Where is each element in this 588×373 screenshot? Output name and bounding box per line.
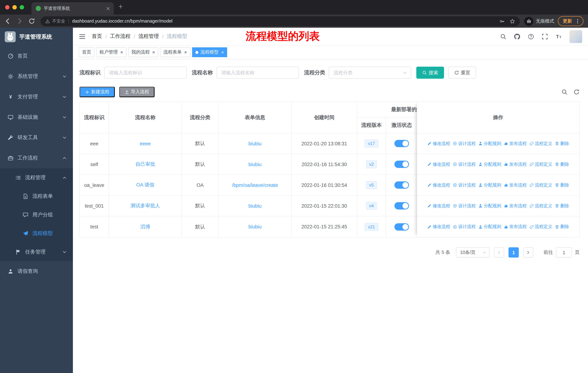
action-assign-rule-link[interactable]: 分配规则	[478, 203, 501, 209]
back-button[interactable]	[4, 18, 11, 24]
action-assign-rule-link[interactable]: 分配规则	[478, 224, 501, 230]
form-info-link[interactable]: biubiu	[248, 161, 262, 167]
sidebar-item-system-management[interactable]: 系统管理	[0, 66, 73, 87]
action-publish-link[interactable]: 发布流程	[504, 182, 527, 188]
process-name-link[interactable]: eeee	[140, 141, 151, 146]
tab-close-icon[interactable]	[106, 6, 110, 11]
action-assign-rule-link[interactable]: 分配规则	[478, 141, 501, 147]
action-publish-link[interactable]: 发布流程	[504, 203, 527, 209]
next-page-button[interactable]	[523, 247, 533, 258]
action-publish-link[interactable]: 发布流程	[504, 141, 527, 147]
action-delete-link[interactable]: 删除	[555, 224, 569, 230]
browser-tab[interactable]: 芋道管理系统	[31, 2, 114, 15]
window-minimize-button[interactable]	[12, 5, 17, 10]
action-publish-link[interactable]: 发布流程	[504, 224, 527, 230]
view-tab-my-process[interactable]: 我的流程×	[128, 47, 158, 57]
active-toggle[interactable]	[394, 161, 409, 168]
action-publish-link[interactable]: 发布流程	[504, 161, 527, 167]
action-definition-link[interactable]: 流程定义	[529, 203, 552, 209]
help-icon[interactable]	[528, 33, 534, 40]
form-info-link[interactable]: biubiu	[248, 203, 262, 209]
sidebar-item-task-management[interactable]: 任务管理	[0, 242, 73, 261]
action-design-link[interactable]: 设计流程	[453, 182, 476, 188]
action-delete-link[interactable]: 删除	[555, 203, 569, 209]
search-button[interactable]: 搜索	[416, 67, 444, 79]
sidebar-item-infrastructure[interactable]: 基础设施	[0, 107, 73, 128]
action-edit-link[interactable]: 修改流程	[427, 141, 450, 147]
action-edit-link[interactable]: 修改流程	[427, 224, 450, 230]
header-search-icon[interactable]	[500, 33, 506, 40]
forward-button[interactable]	[16, 18, 23, 24]
sidebar-item-user-group[interactable]: 用户分组	[0, 205, 73, 224]
process-name-link[interactable]: 滔博	[140, 223, 150, 230]
sidebar-item-process-model[interactable]: 流程模型	[0, 224, 73, 242]
sidebar-item-process-management[interactable]: 流程管理	[0, 168, 73, 187]
view-tab-tenant-management[interactable]: 租户管理×	[96, 47, 126, 57]
import-process-button[interactable]: 导入流程	[119, 87, 155, 97]
action-delete-link[interactable]: 删除	[555, 182, 569, 188]
action-edit-link[interactable]: 修改流程	[427, 161, 450, 167]
action-design-link[interactable]: 设计流程	[453, 141, 476, 147]
page-size-select[interactable]: 10条/页	[456, 247, 490, 258]
close-icon[interactable]: ×	[184, 50, 187, 55]
app-logo[interactable]: 芋道管理系统	[0, 28, 73, 46]
action-assign-rule-link[interactable]: 分配规则	[478, 182, 501, 188]
action-design-link[interactable]: 设计流程	[453, 203, 476, 209]
process-name-link[interactable]: OA 请假	[136, 182, 154, 188]
action-edit-link[interactable]: 修改流程	[427, 203, 450, 209]
active-toggle[interactable]	[394, 181, 409, 189]
view-tab-process-model[interactable]: 流程模型×	[192, 47, 227, 57]
browser-update-button[interactable]: 更新	[558, 16, 584, 26]
action-design-link[interactable]: 设计流程	[453, 224, 476, 230]
active-toggle[interactable]	[394, 202, 409, 210]
process-name-link[interactable]: 自己审批	[136, 161, 155, 168]
sidebar-item-leave-query[interactable]: 请假查询	[0, 261, 73, 282]
sidebar-item-workflow[interactable]: 工作流程	[0, 148, 73, 168]
view-tab-home[interactable]: 首页	[79, 47, 94, 57]
view-tab-process-form[interactable]: 流程表单×	[160, 47, 190, 57]
window-zoom-button[interactable]	[20, 5, 24, 10]
sidebar-item-payment-management[interactable]: ¥支付管理	[0, 87, 73, 107]
new-tab-button[interactable]	[118, 4, 123, 10]
current-page-button[interactable]: 1	[509, 247, 519, 258]
window-close-button[interactable]	[5, 5, 10, 10]
active-toggle[interactable]	[394, 223, 409, 230]
form-info-link[interactable]: /bpm/oa/leave/create	[232, 182, 278, 188]
breadcrumb-item[interactable]: 工作流程	[110, 33, 130, 40]
process-name-input[interactable]	[217, 67, 299, 79]
action-definition-link[interactable]: 流程定义	[529, 161, 552, 167]
close-icon[interactable]: ×	[221, 50, 224, 55]
close-icon[interactable]: ×	[152, 50, 155, 55]
prev-page-button[interactable]	[494, 247, 504, 258]
process-key-input[interactable]	[104, 67, 187, 79]
category-select[interactable]: 流程分类	[329, 67, 411, 79]
browser-menu-icon[interactable]	[575, 18, 580, 24]
goto-page-input[interactable]	[556, 247, 572, 258]
reload-button[interactable]	[28, 18, 35, 24]
active-toggle[interactable]	[394, 140, 409, 147]
table-search-toggle-button[interactable]	[561, 89, 567, 95]
action-definition-link[interactable]: 流程定义	[529, 182, 552, 188]
breadcrumb-item[interactable]: 首页	[92, 33, 102, 40]
github-icon[interactable]	[514, 33, 520, 40]
action-edit-link[interactable]: 修改流程	[427, 182, 450, 188]
create-process-button[interactable]: 新建流程	[79, 87, 115, 97]
sidebar-item-home[interactable]: 首页	[0, 46, 73, 66]
sidebar-collapse-button[interactable]	[79, 33, 86, 40]
sidebar-item-process-form[interactable]: 流程表单	[0, 187, 73, 205]
form-info-link[interactable]: biubiu	[248, 141, 262, 146]
url-text[interactable]: dashboard.yudao.iocoder.cn/bpm/manager/m…	[72, 19, 499, 24]
form-info-link[interactable]: biubiu	[248, 224, 262, 230]
security-label[interactable]: 不安全	[52, 18, 65, 24]
bookmark-star-icon[interactable]	[510, 18, 515, 24]
font-size-icon[interactable]: TT	[556, 33, 562, 40]
action-assign-rule-link[interactable]: 分配规则	[478, 161, 501, 167]
action-delete-link[interactable]: 删除	[555, 141, 569, 147]
table-refresh-button[interactable]	[573, 89, 580, 95]
password-key-icon[interactable]	[499, 18, 505, 24]
close-icon[interactable]: ×	[120, 50, 123, 55]
address-bar[interactable]: 不安全 dashboard.yudao.iocoder.cn/bpm/manag…	[41, 16, 520, 26]
action-delete-link[interactable]: 删除	[555, 161, 569, 167]
avatar[interactable]	[569, 30, 582, 43]
breadcrumb-item[interactable]: 流程管理	[138, 33, 159, 40]
